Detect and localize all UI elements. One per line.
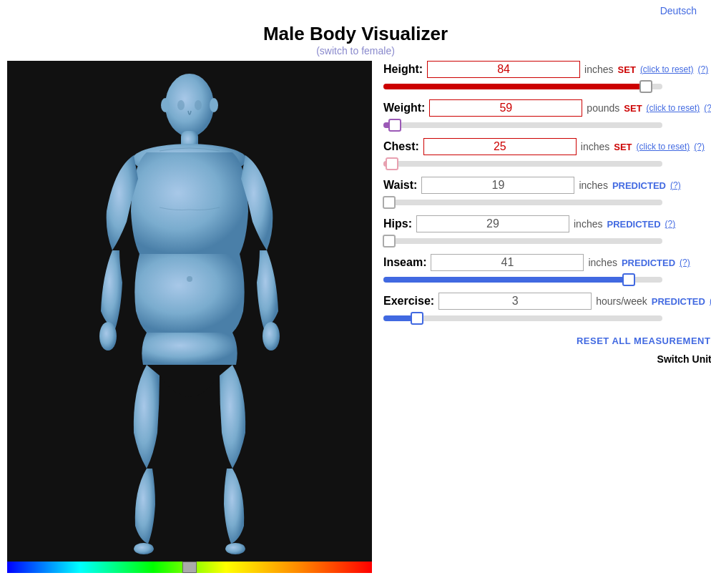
height-reset-link[interactable]: (click to reset) <box>640 64 694 74</box>
chest-slider[interactable] <box>383 158 662 170</box>
svg-point-5 <box>134 543 154 554</box>
inseam-label: Inseam: <box>383 256 426 269</box>
exercise-row: Exercise: hours/week PREDICTED (?) <box>383 293 711 324</box>
svg-point-0 <box>165 74 214 137</box>
inseam-row: Inseam: inches PREDICTED (?) <box>383 254 711 285</box>
exercise-unit: hours/week <box>596 295 647 307</box>
inseam-help-link[interactable]: (?) <box>680 258 690 268</box>
chest-input[interactable] <box>423 138 577 155</box>
body-image <box>7 61 372 562</box>
exercise-status: PREDICTED <box>652 296 705 307</box>
waist-input[interactable] <box>421 177 574 194</box>
chest-help-link[interactable]: (?) <box>694 142 705 152</box>
svg-point-10 <box>210 98 218 112</box>
waist-status: PREDICTED <box>612 180 666 191</box>
weight-status: SET <box>624 103 642 114</box>
height-unit: inches <box>584 64 613 75</box>
svg-point-3 <box>99 322 117 351</box>
page-title: Male Body Visualizer <box>0 23 711 45</box>
chest-status: SET <box>614 142 632 152</box>
weight-reset-link[interactable]: (click to reset) <box>647 103 700 113</box>
weight-row: Weight: pounds SET (click to reset) (?) <box>383 99 711 131</box>
height-row: Height: inches SET (click to reset) (?) <box>383 61 711 92</box>
weight-help-link[interactable]: (?) <box>704 103 711 113</box>
svg-point-6 <box>225 543 245 554</box>
svg-point-4 <box>263 322 280 351</box>
hips-row: Hips: inches PREDICTED (?) <box>383 215 711 247</box>
hips-help-link[interactable]: (?) <box>665 219 676 229</box>
weight-slider[interactable] <box>383 119 662 131</box>
svg-point-7 <box>177 100 185 110</box>
body-svg <box>75 68 304 554</box>
color-bar-thumb[interactable] <box>182 562 197 573</box>
weight-input[interactable] <box>429 99 582 117</box>
inseam-unit: inches <box>588 257 617 268</box>
language-link[interactable]: Deutsch <box>660 5 697 16</box>
hips-status: PREDICTED <box>607 219 660 230</box>
waist-slider[interactable] <box>383 197 662 208</box>
height-help-link[interactable]: (?) <box>698 64 709 74</box>
reset-all-button[interactable]: RESET ALL MEASUREMENTS <box>383 335 711 346</box>
svg-point-8 <box>195 100 202 110</box>
waist-help-link[interactable]: (?) <box>670 180 681 190</box>
switch-gender-link[interactable]: (switch to female) <box>0 45 711 57</box>
chest-unit: inches <box>581 141 609 152</box>
bottom-buttons: RESET ALL MEASUREMENTS Switch Units <box>383 335 711 365</box>
height-slider[interactable] <box>383 81 662 92</box>
waist-label: Waist: <box>383 179 417 192</box>
height-input[interactable] <box>427 61 580 78</box>
inseam-status: PREDICTED <box>622 258 675 268</box>
inseam-input[interactable] <box>431 254 584 271</box>
height-status: SET <box>618 64 636 75</box>
waist-row: Waist: inches PREDICTED (?) <box>383 177 711 208</box>
chest-row: Chest: inches SET (click to reset) (?) <box>383 138 711 170</box>
inseam-slider[interactable] <box>383 274 662 285</box>
hips-slider[interactable] <box>383 235 662 247</box>
weight-unit: pounds <box>587 102 619 114</box>
height-label: Height: <box>383 63 423 76</box>
controls-panel: Height: inches SET (click to reset) (?) … <box>372 61 711 365</box>
exercise-input[interactable] <box>438 293 592 310</box>
weight-label: Weight: <box>383 102 425 114</box>
body-visualizer-panel <box>7 61 372 573</box>
svg-point-9 <box>161 98 170 112</box>
hips-unit: inches <box>574 218 602 230</box>
exercise-label: Exercise: <box>383 295 434 308</box>
waist-unit: inches <box>579 180 607 191</box>
switch-units-button[interactable]: Switch Units <box>383 353 711 365</box>
chest-reset-link[interactable]: (click to reset) <box>637 142 690 152</box>
svg-point-11 <box>187 276 192 282</box>
chest-label: Chest: <box>383 140 419 153</box>
hips-input[interactable] <box>416 215 569 232</box>
color-bar[interactable] <box>7 562 372 573</box>
exercise-slider[interactable] <box>383 313 662 324</box>
hips-label: Hips: <box>383 217 412 230</box>
